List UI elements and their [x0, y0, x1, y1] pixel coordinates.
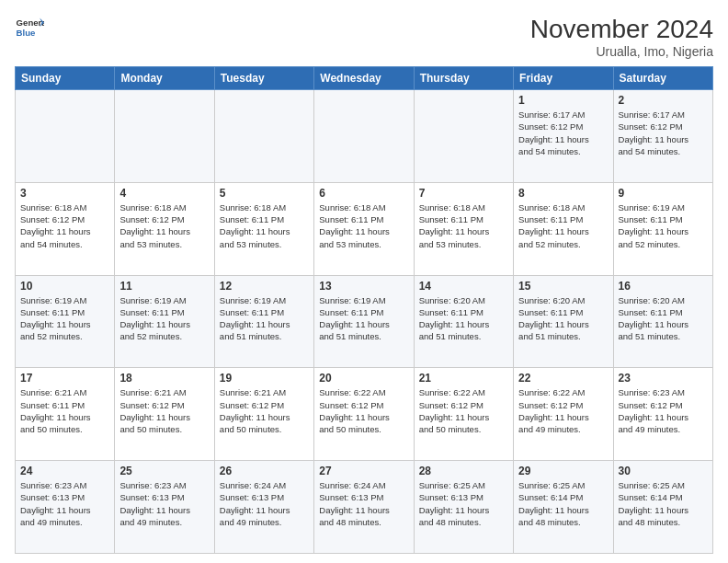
calendar-cell [115, 90, 214, 183]
day-number: 7 [419, 187, 508, 200]
calendar-cell [214, 90, 313, 183]
day-number: 9 [619, 187, 708, 200]
logo: General Blue [15, 15, 44, 40]
day-number: 5 [220, 187, 309, 200]
calendar-cell: 4Sunrise: 6:18 AM Sunset: 6:12 PM Daylig… [115, 182, 214, 275]
cell-info: Sunrise: 6:22 AM Sunset: 6:12 PM Dayligh… [319, 386, 408, 435]
calendar-cell: 17Sunrise: 6:21 AM Sunset: 6:11 PM Dayli… [16, 368, 115, 461]
calendar-cell: 23Sunrise: 6:23 AM Sunset: 6:12 PM Dayli… [613, 368, 712, 461]
calendar-cell: 27Sunrise: 6:24 AM Sunset: 6:13 PM Dayli… [314, 461, 414, 554]
day-number: 30 [619, 465, 708, 477]
calendar-row: 3Sunrise: 6:18 AM Sunset: 6:12 PM Daylig… [16, 182, 713, 275]
calendar-cell: 3Sunrise: 6:18 AM Sunset: 6:12 PM Daylig… [16, 182, 115, 275]
main-title: November 2024 [530, 15, 713, 44]
calendar-cell: 16Sunrise: 6:20 AM Sunset: 6:11 PM Dayli… [613, 275, 712, 368]
cell-info: Sunrise: 6:25 AM Sunset: 6:14 PM Dayligh… [619, 479, 708, 528]
cell-info: Sunrise: 6:19 AM Sunset: 6:11 PM Dayligh… [220, 294, 309, 343]
svg-text:Blue: Blue [17, 28, 36, 38]
day-number: 20 [319, 372, 408, 385]
calendar-cell: 8Sunrise: 6:18 AM Sunset: 6:11 PM Daylig… [514, 182, 613, 275]
day-number: 26 [220, 465, 309, 477]
header-day: Monday [115, 67, 214, 90]
calendar-cell: 15Sunrise: 6:20 AM Sunset: 6:11 PM Dayli… [514, 275, 613, 368]
calendar-cell: 7Sunrise: 6:18 AM Sunset: 6:11 PM Daylig… [414, 182, 513, 275]
calendar-cell: 26Sunrise: 6:24 AM Sunset: 6:13 PM Dayli… [214, 461, 313, 554]
cell-info: Sunrise: 6:18 AM Sunset: 6:12 PM Dayligh… [20, 201, 109, 250]
cell-info: Sunrise: 6:23 AM Sunset: 6:13 PM Dayligh… [20, 479, 109, 528]
calendar-cell: 11Sunrise: 6:19 AM Sunset: 6:11 PM Dayli… [115, 275, 214, 368]
header-day: Friday [514, 67, 613, 90]
calendar-row: 1Sunrise: 6:17 AM Sunset: 6:12 PM Daylig… [16, 90, 713, 183]
cell-info: Sunrise: 6:23 AM Sunset: 6:12 PM Dayligh… [619, 386, 708, 435]
day-number: 15 [518, 280, 608, 293]
calendar-cell: 2Sunrise: 6:17 AM Sunset: 6:12 PM Daylig… [613, 90, 712, 183]
day-number: 22 [518, 372, 608, 385]
header-row: SundayMondayTuesdayWednesdayThursdayFrid… [16, 67, 713, 90]
calendar-cell [414, 90, 513, 183]
calendar-cell: 29Sunrise: 6:25 AM Sunset: 6:14 PM Dayli… [514, 461, 613, 554]
subtitle: Urualla, Imo, Nigeria [530, 44, 713, 59]
calendar-cell: 12Sunrise: 6:19 AM Sunset: 6:11 PM Dayli… [214, 275, 313, 368]
calendar-table: SundayMondayTuesdayWednesdayThursdayFrid… [15, 66, 713, 554]
cell-info: Sunrise: 6:18 AM Sunset: 6:11 PM Dayligh… [419, 201, 508, 250]
calendar-cell: 19Sunrise: 6:21 AM Sunset: 6:12 PM Dayli… [214, 368, 313, 461]
day-number: 4 [119, 187, 209, 200]
day-number: 24 [20, 465, 109, 477]
calendar-row: 17Sunrise: 6:21 AM Sunset: 6:11 PM Dayli… [16, 368, 713, 461]
title-block: November 2024 Urualla, Imo, Nigeria [530, 15, 713, 59]
calendar-cell: 9Sunrise: 6:19 AM Sunset: 6:11 PM Daylig… [613, 182, 712, 275]
day-number: 23 [619, 372, 708, 385]
calendar-cell: 24Sunrise: 6:23 AM Sunset: 6:13 PM Dayli… [16, 461, 115, 554]
calendar-cell: 25Sunrise: 6:23 AM Sunset: 6:13 PM Dayli… [115, 461, 214, 554]
day-number: 25 [119, 465, 209, 477]
cell-info: Sunrise: 6:20 AM Sunset: 6:11 PM Dayligh… [619, 294, 708, 343]
header-day: Tuesday [214, 67, 313, 90]
calendar-cell: 28Sunrise: 6:25 AM Sunset: 6:13 PM Dayli… [414, 461, 513, 554]
cell-info: Sunrise: 6:21 AM Sunset: 6:12 PM Dayligh… [119, 386, 209, 435]
cell-info: Sunrise: 6:22 AM Sunset: 6:12 PM Dayligh… [518, 386, 608, 435]
cell-info: Sunrise: 6:20 AM Sunset: 6:11 PM Dayligh… [518, 294, 608, 343]
header-day: Thursday [414, 67, 513, 90]
day-number: 18 [119, 372, 209, 385]
cell-info: Sunrise: 6:21 AM Sunset: 6:11 PM Dayligh… [20, 386, 109, 435]
day-number: 1 [518, 94, 608, 107]
cell-info: Sunrise: 6:23 AM Sunset: 6:13 PM Dayligh… [119, 479, 209, 528]
cell-info: Sunrise: 6:24 AM Sunset: 6:13 PM Dayligh… [220, 479, 309, 528]
page: General Blue November 2024 Urualla, Imo,… [0, 0, 728, 563]
day-number: 16 [619, 280, 708, 293]
header-day: Wednesday [314, 67, 414, 90]
day-number: 17 [20, 372, 109, 385]
calendar-cell [16, 90, 115, 183]
cell-info: Sunrise: 6:25 AM Sunset: 6:14 PM Dayligh… [518, 479, 608, 528]
calendar-cell: 20Sunrise: 6:22 AM Sunset: 6:12 PM Dayli… [314, 368, 414, 461]
day-number: 12 [220, 280, 309, 293]
day-number: 11 [119, 280, 209, 293]
cell-info: Sunrise: 6:19 AM Sunset: 6:11 PM Dayligh… [20, 294, 109, 343]
logo-icon: General Blue [15, 15, 44, 40]
calendar-row: 10Sunrise: 6:19 AM Sunset: 6:11 PM Dayli… [16, 275, 713, 368]
cell-info: Sunrise: 6:18 AM Sunset: 6:12 PM Dayligh… [119, 201, 209, 250]
cell-info: Sunrise: 6:19 AM Sunset: 6:11 PM Dayligh… [119, 294, 209, 343]
day-number: 19 [220, 372, 309, 385]
day-number: 10 [20, 280, 109, 293]
day-number: 27 [319, 465, 408, 477]
calendar-cell: 10Sunrise: 6:19 AM Sunset: 6:11 PM Dayli… [16, 275, 115, 368]
day-number: 13 [319, 280, 408, 293]
calendar-cell [314, 90, 414, 183]
cell-info: Sunrise: 6:18 AM Sunset: 6:11 PM Dayligh… [220, 201, 309, 250]
cell-info: Sunrise: 6:22 AM Sunset: 6:12 PM Dayligh… [419, 386, 508, 435]
cell-info: Sunrise: 6:18 AM Sunset: 6:11 PM Dayligh… [518, 201, 608, 250]
header-day: Sunday [16, 67, 115, 90]
day-number: 8 [518, 187, 608, 200]
cell-info: Sunrise: 6:21 AM Sunset: 6:12 PM Dayligh… [220, 386, 309, 435]
cell-info: Sunrise: 6:17 AM Sunset: 6:12 PM Dayligh… [619, 109, 708, 157]
calendar-row: 24Sunrise: 6:23 AM Sunset: 6:13 PM Dayli… [16, 461, 713, 554]
cell-info: Sunrise: 6:24 AM Sunset: 6:13 PM Dayligh… [319, 479, 408, 528]
cell-info: Sunrise: 6:20 AM Sunset: 6:11 PM Dayligh… [419, 294, 508, 343]
header-day: Saturday [613, 67, 712, 90]
day-number: 28 [419, 465, 508, 477]
cell-info: Sunrise: 6:17 AM Sunset: 6:12 PM Dayligh… [518, 109, 608, 157]
calendar-cell: 21Sunrise: 6:22 AM Sunset: 6:12 PM Dayli… [414, 368, 513, 461]
cell-info: Sunrise: 6:19 AM Sunset: 6:11 PM Dayligh… [319, 294, 408, 343]
calendar-cell: 18Sunrise: 6:21 AM Sunset: 6:12 PM Dayli… [115, 368, 214, 461]
